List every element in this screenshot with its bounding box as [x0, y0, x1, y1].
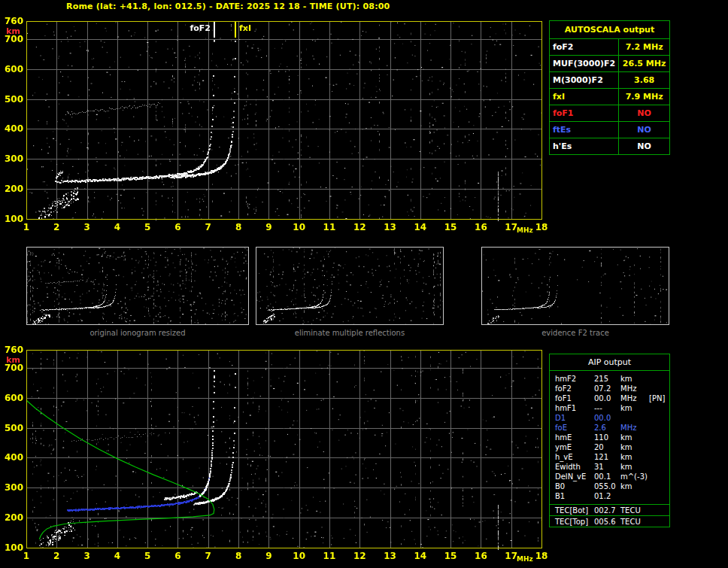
thumbnail-original-canvas [27, 248, 248, 324]
aip-param-name: DelN_vE [555, 472, 594, 481]
aip-param-unit: km [620, 452, 649, 462]
aip-param-extra [649, 423, 669, 433]
station-header: Rome (lat: +41.8, lon: 012.5) - DATE: 20… [66, 2, 390, 11]
tec-unit: TECU [620, 516, 669, 527]
autoscala-param-label: fxI [550, 89, 619, 105]
aip-tec-row: TEC[Bot]002.7TECU [550, 504, 669, 515]
aip-param-value: --- [594, 403, 620, 413]
aip-panel: AIP output hmF2215kmfoF207.2MHzfoF100.0M… [549, 354, 670, 527]
autoscala-param-value: 3.68 [619, 72, 670, 89]
autoscala-param-label: foF1 [550, 105, 619, 122]
aip-row: hmF2215km [555, 374, 669, 384]
aip-param-name: foF1 [555, 393, 594, 403]
autoscala-param-value: NO [619, 105, 670, 122]
autoscala-param-value: 26.5 MHz [619, 56, 670, 72]
aip-param-value: 01.2 [594, 491, 620, 501]
aip-param-name: ymE [555, 442, 594, 452]
aip-param-value: 121 [594, 452, 620, 462]
aip-param-unit: km [620, 374, 649, 384]
aip-row: hmE110km [555, 433, 669, 442]
aip-row: foE2.6MHz [555, 423, 669, 433]
autoscala-param-value: NO [619, 122, 670, 138]
aip-param-name: h_vE [555, 452, 594, 462]
aip-param-value: 215 [594, 374, 620, 384]
aip-row: Ewidth31km [555, 462, 669, 472]
aip-param-unit: MHz [620, 393, 649, 403]
thumbnail-eliminate-canvas [256, 248, 443, 324]
aip-param-extra [649, 472, 669, 481]
aip-param-unit: m^(-3) [620, 472, 649, 481]
aip-row: foF100.0MHz[PN] [555, 393, 669, 403]
autoscala-row: foF27.2 MHz [550, 39, 670, 56]
aip-param-name: hmE [555, 433, 594, 442]
aip-param-value: 055.0 [594, 481, 620, 491]
aip-row: h_vE121km [555, 452, 669, 462]
aip-tec-row: TEC[Top]005.6TECU [550, 515, 669, 527]
aip-param-name: hmF1 [555, 403, 594, 413]
autoscala-param-value: NO [619, 138, 670, 155]
thumbnail-evidence-canvas [482, 248, 669, 324]
autoscala-param-label: h'Es [550, 138, 619, 155]
aip-row: ymE20km [555, 442, 669, 452]
aip-row: DelN_vE00.1m^(-3) [555, 472, 669, 481]
autoscala-row: foF1NO [550, 105, 670, 122]
aip-param-value: 20 [594, 442, 620, 452]
autoscala-row: M(3000)F23.68 [550, 72, 670, 89]
aip-param-extra [649, 491, 669, 501]
tec-name: TEC[Top] [555, 516, 594, 527]
aip-param-extra [649, 442, 669, 452]
aip-title: AIP output [550, 354, 669, 371]
aip-param-name: B0 [555, 481, 594, 491]
aip-param-extra: [PN] [649, 393, 669, 403]
tec-value: 005.6 [594, 516, 620, 527]
autoscala-param-label: ftEs [550, 122, 619, 138]
aip-param-extra [649, 481, 669, 491]
aip-param-name: foE [555, 423, 594, 433]
aip-param-value: 07.2 [594, 384, 620, 393]
aip-param-extra [649, 384, 669, 393]
aip-param-name: hmF2 [555, 374, 594, 384]
aip-param-unit: km [620, 481, 649, 491]
autoscala-row: h'EsNO [550, 138, 670, 155]
aip-tec-section: TEC[Bot]002.7TECUTEC[Top]005.6TECU [550, 504, 669, 527]
thumbnail-caption-eliminate: eliminate multiple reflections [256, 329, 444, 337]
autoscala-param-label: foF2 [550, 39, 619, 56]
aip-param-unit: MHz [620, 423, 649, 433]
aip-row: foF207.2MHz [555, 384, 669, 393]
autoscala-title: AUTOSCALA output [550, 21, 670, 39]
autoscala-param-value: 7.9 MHz [619, 89, 670, 105]
aip-param-unit: MHz [620, 384, 649, 393]
aip-param-extra [649, 403, 669, 413]
top-ionogram-chart [0, 12, 549, 239]
aip-row: B0055.0km [555, 481, 669, 491]
thumbnail-original-ionogram [26, 247, 249, 325]
aip-param-extra [649, 433, 669, 442]
tec-value: 002.7 [594, 505, 620, 515]
tec-unit: TECU [620, 505, 669, 515]
aip-row: hmF1---km [555, 403, 669, 413]
aip-param-value: 2.6 [594, 423, 620, 433]
autoscala-row: fxI7.9 MHz [550, 89, 670, 105]
aip-param-extra [649, 452, 669, 462]
aip-param-extra [649, 374, 669, 384]
aip-param-name: Ewidth [555, 462, 594, 472]
bottom-ionogram-chart [0, 341, 549, 568]
aip-param-unit: km [620, 462, 649, 472]
thumbnail-evidence-f2 [481, 247, 669, 325]
aip-row: B101.2 [555, 491, 669, 501]
autoscala-param-value: 7.2 MHz [619, 39, 670, 56]
aip-param-extra [649, 462, 669, 472]
autoscala-table: AUTOSCALA output foF27.2 MHzMUF(3000)F22… [549, 20, 670, 155]
tec-name: TEC[Bot] [555, 505, 594, 515]
thumbnail-caption-original: original ionogram resized [26, 329, 249, 337]
aip-param-value: 110 [594, 433, 620, 442]
aip-param-unit: km [620, 442, 649, 452]
thumbnail-caption-evidence: evidence F2 trace [481, 329, 669, 337]
aip-param-name: B1 [555, 491, 594, 501]
aip-param-value: 31 [594, 462, 620, 472]
aip-param-value: 00.0 [594, 393, 620, 403]
aip-param-name: foF2 [555, 384, 594, 393]
aip-param-unit [620, 413, 649, 423]
autoscala-param-label: M(3000)F2 [550, 72, 619, 89]
autoscala-row: MUF(3000)F226.5 MHz [550, 56, 670, 72]
